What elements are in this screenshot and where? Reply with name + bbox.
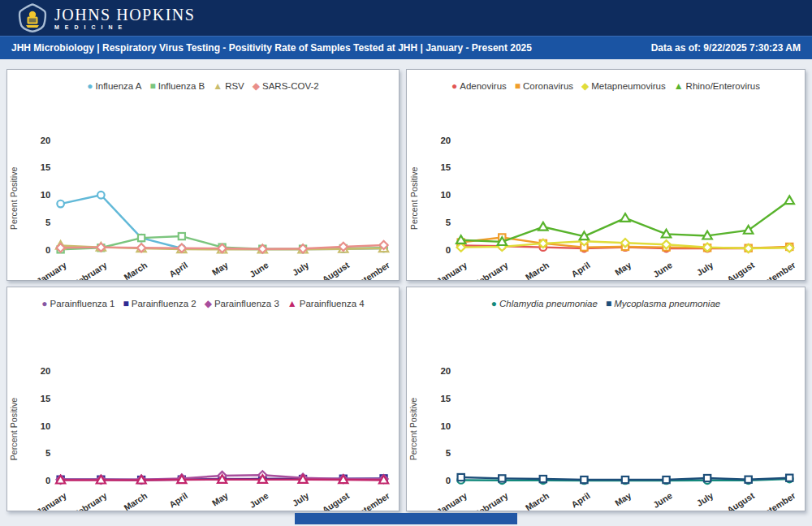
logo-sub-name: MEDICINE bbox=[54, 24, 195, 30]
chart-panel-influenza-rsv-sarscov2[interactable]: ●Influenza A■Influenza B▲RSV◆SARS-COV-2 … bbox=[6, 69, 400, 281]
data-as-of-label: Data as of: 9/22/2025 7:30:23 AM bbox=[651, 42, 801, 54]
x-axis-label-february: February bbox=[72, 260, 109, 280]
data-point-mycoplasma-pneumoniae-august[interactable] bbox=[745, 476, 752, 483]
data-point-influenza-b-april[interactable] bbox=[179, 233, 185, 239]
line-chart-adeno-corona-metapneumo-rhino[interactable]: 05101520Percent PositiveJanuaryFebruaryM… bbox=[407, 95, 805, 280]
chart-legend: ●Chlamydia pneumoniae■Mycoplasma pneumon… bbox=[407, 287, 805, 313]
report-title: JHH Microbiology | Respiratory Virus Tes… bbox=[11, 42, 532, 54]
y-axis-tick: 0 bbox=[446, 476, 451, 485]
data-point-influenza-a-february[interactable] bbox=[97, 192, 105, 199]
data-point-rhino-enterovirus-july[interactable] bbox=[702, 231, 711, 239]
x-axis-label-january: January bbox=[35, 490, 68, 511]
legend-label: Coronavirus bbox=[523, 81, 573, 91]
y-axis-tick: 15 bbox=[41, 162, 51, 172]
legend-label: Chlamydia pneumoniae bbox=[499, 299, 598, 308]
y-axis-tick: 0 bbox=[446, 245, 451, 255]
x-axis-label-august: August bbox=[320, 260, 351, 280]
legend-item-parainfluenza-1[interactable]: ●Parainfluenza 1 bbox=[41, 299, 114, 308]
diamond-marker-icon: ◆ bbox=[205, 299, 212, 308]
y-axis-tick: 5 bbox=[446, 448, 451, 458]
x-axis-label-september: September bbox=[754, 490, 798, 511]
legend-item-influenza-b[interactable]: ■Influenza B bbox=[149, 81, 205, 91]
x-axis-label-july: July bbox=[695, 490, 715, 508]
data-point-mycoplasma-pneumoniae-april[interactable] bbox=[581, 476, 587, 483]
legend-item-parainfluenza-2[interactable]: ■Parainfluenza 2 bbox=[123, 299, 197, 308]
y-axis-tick: 5 bbox=[45, 218, 50, 227]
data-point-mycoplasma-pneumoniae-july[interactable] bbox=[704, 475, 710, 481]
chart-legend: ●Parainfluenza 1■Parainfluenza 2◆Parainf… bbox=[7, 287, 399, 313]
chart-panel-parainfluenza[interactable]: ●Parainfluenza 1■Parainfluenza 2◆Parainf… bbox=[6, 287, 400, 511]
data-point-rhino-enterovirus-january[interactable] bbox=[456, 235, 465, 244]
y-axis-tick: 15 bbox=[41, 394, 51, 403]
triangle-marker-icon: ▲ bbox=[287, 299, 297, 308]
x-axis-label-february: February bbox=[72, 490, 109, 511]
x-axis-label-january: January bbox=[434, 490, 469, 511]
legend-item-metapneumovirus[interactable]: ◆Metapneumovirus bbox=[581, 81, 666, 91]
legend-item-mycoplasma-pneumoniae[interactable]: ■Mycoplasma pneumoniae bbox=[606, 299, 720, 308]
title-bar: JHH Microbiology | Respiratory Virus Tes… bbox=[0, 36, 812, 59]
jhm-logo: JOHNS HOPKINS MEDICINE bbox=[18, 3, 195, 32]
x-axis-label-august: August bbox=[725, 490, 757, 511]
data-point-mycoplasma-pneumoniae-january[interactable] bbox=[458, 474, 464, 481]
y-axis-tick: 10 bbox=[440, 190, 451, 200]
legend-item-sars-cov-2[interactable]: ◆SARS-COV-2 bbox=[253, 81, 319, 91]
x-axis-label-march: March bbox=[122, 490, 149, 511]
legend-label: Rhino/Enterovirus bbox=[686, 81, 760, 91]
data-point-rhino-enterovirus-june[interactable] bbox=[662, 230, 671, 238]
x-axis-label-july: July bbox=[695, 260, 715, 278]
data-point-mycoplasma-pneumoniae-june[interactable] bbox=[663, 476, 669, 483]
x-axis-label-august: August bbox=[725, 260, 757, 280]
legend-item-adenovirus[interactable]: ●Adenovirus bbox=[451, 81, 507, 91]
data-point-influenza-a-january[interactable] bbox=[57, 200, 64, 208]
y-axis-tick: 5 bbox=[446, 218, 451, 227]
x-axis-label-may: May bbox=[613, 260, 633, 277]
y-axis-tick: 15 bbox=[440, 394, 451, 403]
circle-marker-icon: ● bbox=[491, 299, 497, 308]
legend-item-rsv[interactable]: ▲RSV bbox=[213, 81, 244, 91]
data-point-mycoplasma-pneumoniae-september[interactable] bbox=[786, 475, 793, 481]
square-marker-icon: ■ bbox=[515, 81, 520, 91]
line-chart-influenza-rsv-sarscov2[interactable]: 05101520Percent PositiveJanuaryFebruaryM… bbox=[7, 95, 399, 280]
x-axis-label-may: May bbox=[613, 490, 633, 507]
square-marker-icon: ■ bbox=[149, 81, 155, 91]
chart-legend: ●Adenovirus■Coronavirus◆Metapneumovirus▲… bbox=[407, 70, 805, 95]
x-axis-label-april: April bbox=[569, 260, 591, 278]
legend-item-rhino-enterovirus[interactable]: ▲Rhino/Enterovirus bbox=[674, 81, 760, 91]
data-point-rhino-enterovirus-april[interactable] bbox=[580, 231, 589, 239]
x-axis-label-march: March bbox=[524, 490, 551, 511]
x-axis-label-february: February bbox=[473, 490, 510, 511]
chart-panel-atypical-pneumonia[interactable]: ●Chlamydia pneumoniae■Mycoplasma pneumon… bbox=[406, 287, 806, 511]
circle-marker-icon: ● bbox=[87, 81, 93, 91]
data-point-rhino-enterovirus-march[interactable] bbox=[538, 222, 547, 231]
data-point-rhino-enterovirus-may[interactable] bbox=[620, 213, 629, 222]
chart-panel-adeno-corona-metapneumo-rhino[interactable]: ●Adenovirus■Coronavirus◆Metapneumovirus▲… bbox=[406, 69, 806, 281]
data-point-mycoplasma-pneumoniae-may[interactable] bbox=[622, 476, 628, 483]
data-point-rhino-enterovirus-september[interactable] bbox=[785, 196, 794, 204]
x-axis-label-may: May bbox=[210, 490, 230, 507]
series-line-influenza-a bbox=[61, 195, 384, 249]
x-axis-label-september: September bbox=[754, 260, 798, 280]
y-axis-tick: 15 bbox=[440, 163, 451, 173]
data-point-mycoplasma-pneumoniae-february[interactable] bbox=[499, 475, 505, 481]
legend-item-chlamydia-pneumoniae[interactable]: ●Chlamydia pneumoniae bbox=[491, 299, 598, 308]
legend-item-parainfluenza-4[interactable]: ▲Parainfluenza 4 bbox=[287, 299, 365, 308]
line-chart-atypical-pneumonia[interactable]: 05101520Percent PositiveJanuaryFebruaryM… bbox=[407, 313, 805, 511]
circle-marker-icon: ● bbox=[451, 81, 457, 91]
x-axis-label-june: June bbox=[248, 260, 270, 279]
line-chart-parainfluenza[interactable]: 05101520Percent PositiveJanuaryFebruaryM… bbox=[7, 313, 399, 511]
y-axis-tick: 0 bbox=[45, 476, 50, 485]
x-axis-label-february: February bbox=[473, 260, 510, 280]
square-marker-icon: ■ bbox=[606, 299, 611, 308]
x-axis-label-march: March bbox=[524, 260, 551, 280]
data-point-influenza-b-march[interactable] bbox=[138, 235, 145, 241]
x-axis-label-august: August bbox=[320, 490, 351, 511]
triangle-marker-icon: ▲ bbox=[213, 81, 222, 91]
circle-marker-icon: ● bbox=[41, 299, 47, 308]
legend-item-influenza-a[interactable]: ●Influenza A bbox=[87, 81, 141, 91]
legend-item-parainfluenza-3[interactable]: ◆Parainfluenza 3 bbox=[205, 299, 279, 308]
legend-label: Mycoplasma pneumoniae bbox=[614, 299, 720, 308]
legend-item-coronavirus[interactable]: ■Coronavirus bbox=[515, 81, 573, 91]
chart-legend: ●Influenza A■Influenza B▲RSV◆SARS-COV-2 bbox=[7, 70, 399, 95]
y-axis-label: Percent Positive bbox=[408, 166, 418, 230]
data-point-mycoplasma-pneumoniae-march[interactable] bbox=[540, 476, 546, 482]
